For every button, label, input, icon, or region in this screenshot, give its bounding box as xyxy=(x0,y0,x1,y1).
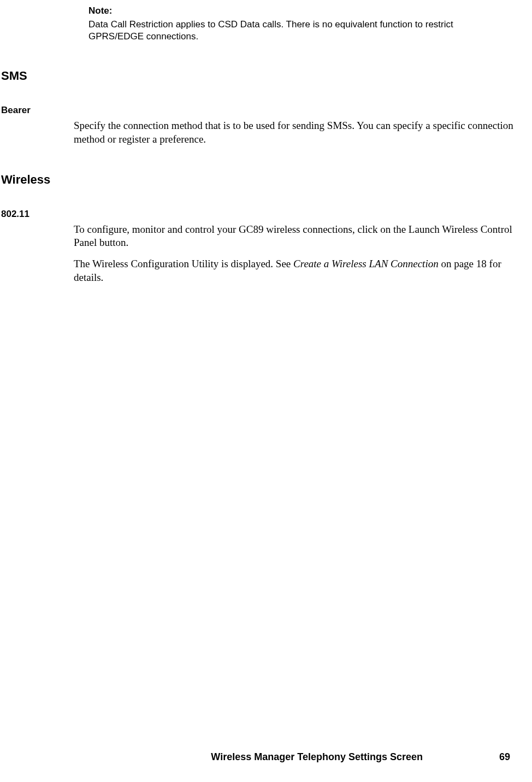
page-content: Note: Data Call Restriction applies to C… xyxy=(0,0,532,284)
note-text: Data Call Restriction applies to CSD Dat… xyxy=(88,19,488,43)
subheading-80211: 802.11 xyxy=(1,209,532,220)
note-label: Note: xyxy=(88,5,488,16)
section-sms: SMS Bearer Specify the connection method… xyxy=(0,69,532,146)
section-wireless: Wireless 802.11 To configure, monitor an… xyxy=(0,173,532,285)
heading-wireless: Wireless xyxy=(1,173,532,187)
bearer-text: Specify the connection method that is to… xyxy=(74,119,517,146)
subheading-bearer: Bearer xyxy=(1,105,532,116)
para2-pre: The Wireless Configuration Utility is di… xyxy=(74,258,293,269)
page-footer: Wireless Manager Telephony Settings Scre… xyxy=(0,751,532,763)
footer-title: Wireless Manager Telephony Settings Scre… xyxy=(211,751,423,763)
footer-page-number: 69 xyxy=(499,751,510,763)
80211-para1: To configure, monitor and control your G… xyxy=(74,223,517,250)
80211-para2: The Wireless Configuration Utility is di… xyxy=(74,257,517,284)
heading-sms: SMS xyxy=(1,69,532,83)
para2-italic: Create a Wireless LAN Connection xyxy=(293,258,439,269)
note-block: Note: Data Call Restriction applies to C… xyxy=(88,5,488,43)
